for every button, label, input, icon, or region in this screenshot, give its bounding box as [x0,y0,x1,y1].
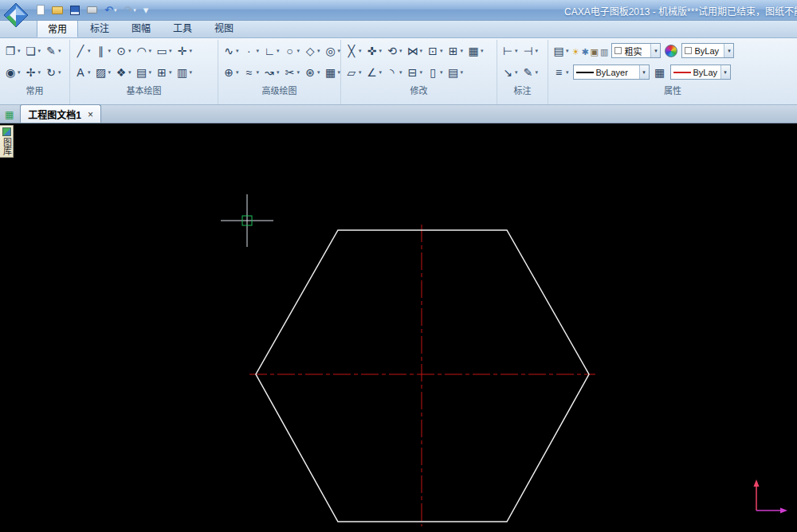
tab-view[interactable]: 视图 [204,18,244,37]
dimcolor-combo-dropdown[interactable]: ▾ [720,65,730,79]
regen-tool-dropdown: ▾ [58,69,61,76]
title-bar: ↶▾↷▾▾ CAXA电子图板2013 - 机械版***试用期已结束，图纸不能被 [0,0,797,21]
y-axis-arrowhead [754,479,760,487]
leader-line-tool[interactable]: ↝▾ [261,63,281,82]
open-file-button[interactable] [50,6,65,15]
layer-print-icon: ▥ [600,47,608,57]
pan-tool[interactable]: ✢▾ [23,63,43,82]
erase-tool-dropdown: ▾ [359,48,362,54]
layer-freeze-icon: ✱ [581,47,588,57]
dimension-tool-icon: ⊢ [501,45,514,57]
tab-tools[interactable]: 工具 [163,18,202,37]
linewidth-button[interactable]: ≡ ▾ [551,63,571,82]
linestyle-grid-icon: ▦ [654,66,666,79]
leader-dim-tool[interactable]: ↘▾ [500,63,520,82]
formula-tool[interactable]: ▤▾ [134,63,154,82]
spline-tool[interactable]: ∿▾ [221,41,241,61]
palette-tab-library[interactable]: 图库 [0,125,14,158]
explode-tool[interactable]: ⊟▾ [405,63,425,82]
color-combo-dropdown[interactable]: ▾ [724,44,733,57]
zoom-tool[interactable]: ◉▾ [2,63,22,82]
dimcolor-combo[interactable]: ByLay ▾ [670,65,731,80]
coordinate-dim-tool[interactable]: ⊣▾ [520,41,540,61]
linetype-combo-dropdown[interactable]: ▾ [639,65,649,79]
array-tool[interactable]: ⊞▾ [446,41,465,61]
chamfer-tool[interactable]: ∠▾ [364,63,384,82]
parallel-line-tool[interactable]: ∥▾ [93,41,113,61]
center-mark-tool[interactable]: ⊕▾ [221,63,241,82]
edit-properties-tool-dropdown: ▾ [461,69,464,76]
edit-properties-tool[interactable]: ▤▾ [446,63,465,82]
dimension-tool[interactable]: ⊢▾ [500,41,520,61]
toolbar-customize-button[interactable]: ▾ [142,4,151,16]
point-tool[interactable]: ∙▾ [241,41,261,61]
paste-tool[interactable]: ❐▾ [2,41,22,61]
gear-tool[interactable]: ⊛▾ [302,63,322,82]
text-tool[interactable]: A▾ [73,63,92,82]
center-line-tool[interactable]: ✛▾ [175,41,194,61]
color-combo[interactable]: ByLay ▾ [681,43,734,58]
erase-tool[interactable]: ╳▾ [344,41,363,61]
sheet-grid-tool[interactable]: ▥▾ [175,63,194,82]
close-document-icon[interactable]: × [88,109,93,120]
palette-tab-label: 图库 [1,138,13,155]
line-tool[interactable]: ╱▾ [73,41,92,61]
dim-style-tool[interactable]: ✎▾ [520,63,540,82]
pan-tool-dropdown: ▾ [38,69,41,76]
linestyle-grid-button[interactable]: ▦ [652,63,668,82]
pattern-array-tool[interactable]: ▦▾ [465,41,485,61]
fillet-tool[interactable]: ◝▾ [384,63,404,82]
regen-tool[interactable]: ↻▾ [43,63,63,82]
linewidth-icon: ≡ [552,66,565,79]
save-button[interactable] [69,5,81,16]
format-brush-tool[interactable]: ✎▾ [43,41,63,61]
stretch-tool[interactable]: ▱▾ [344,63,363,82]
ellipse-tool[interactable]: ○▾ [282,41,302,61]
tab-annotation[interactable]: 标注 [80,18,120,37]
coordinate-dim-tool-dropdown: ▾ [536,48,539,54]
zoom-tool-dropdown: ▾ [18,69,21,76]
undo-button[interactable]: ↶▾ [103,4,118,16]
hexagon-shape[interactable] [256,230,589,522]
donut-tool[interactable]: ◎▾ [323,41,343,61]
arc-tool-dropdown: ▾ [149,48,152,54]
block-tool[interactable]: ❖▾ [113,63,133,82]
drawing-frame-icon[interactable]: ▦ [5,109,14,120]
redo-button[interactable]: ↷▾ [122,4,137,16]
rectangle-tool-icon: ▭ [155,45,168,57]
group-label-basic-draw: 基本绘图 [73,84,215,96]
toolbar-customize-button-icon: ▾ [143,5,149,15]
hatch-tool[interactable]: ▨▾ [93,63,113,82]
rotate-tool[interactable]: ⟲▾ [384,41,404,61]
layer-combo-dropdown[interactable]: ▾ [650,44,660,57]
drawing-canvas-svg[interactable] [0,123,797,532]
tab-sheet[interactable]: 图幅 [121,18,161,37]
layer-manager-button[interactable]: ▤ ▾ [551,41,571,61]
pattern-fill-tool[interactable]: ▦▾ [323,63,343,82]
print-button[interactable] [85,6,99,14]
document-tab[interactable]: 工程图文档1 × [20,104,101,123]
table-tool[interactable]: ⊞▾ [154,63,174,82]
mirror-tool[interactable]: ⋈▾ [405,41,425,61]
arc-tool[interactable]: ◠▾ [134,41,154,61]
polygon-tool[interactable]: ◇▾ [302,41,322,61]
layer-combo[interactable]: 粗实 ▾ [611,43,661,58]
circle-tool[interactable]: ⊙▾ [113,41,133,61]
caxa-logo-icon[interactable] [3,2,29,28]
new-file-button-icon [37,5,45,15]
scale-tool[interactable]: ⊡▾ [425,41,445,61]
move-tool[interactable]: ✜▾ [364,41,384,61]
copy-tool[interactable]: ❏▾ [23,41,43,61]
circle-tool-icon: ⊙ [115,45,128,57]
break-tool[interactable]: ✂▾ [282,63,302,82]
linetype-combo[interactable]: ByLayer ▾ [573,65,650,80]
rectangle-tool[interactable]: ▭▾ [154,41,174,61]
drawing-area[interactable]: 图库 [0,123,797,532]
new-file-button[interactable] [35,4,46,16]
contour-tool[interactable]: ∟▾ [261,41,281,61]
offset-tool[interactable]: ▯▾ [425,63,445,82]
copy-tool-icon: ❏ [25,45,37,57]
tab-home[interactable]: 常用 [37,18,78,37]
sheet-grid-tool-icon: ▥ [176,66,189,79]
wave-line-tool[interactable]: ≈▾ [241,63,261,82]
